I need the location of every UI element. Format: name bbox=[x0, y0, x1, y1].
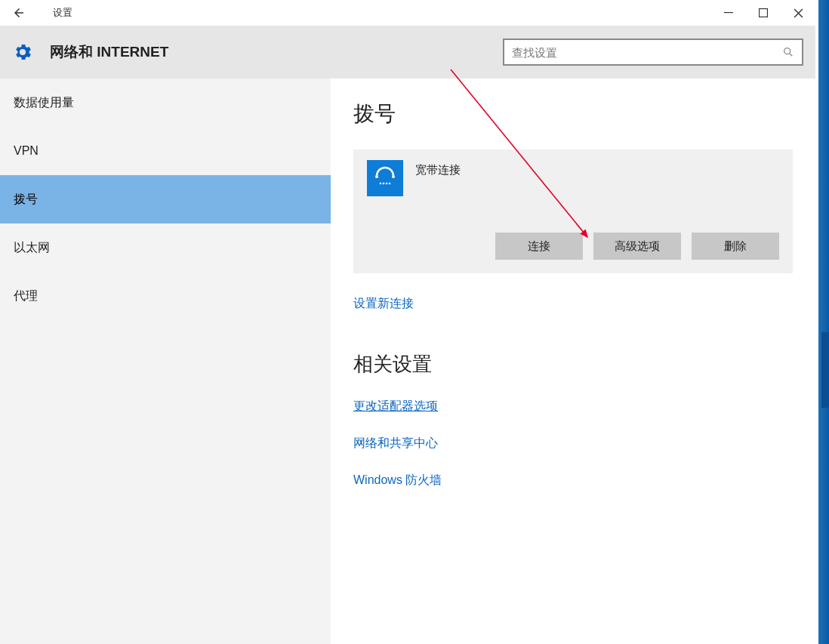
sidebar-item-ethernet[interactable]: 以太网 bbox=[0, 223, 331, 272]
related-title: 相关设置 bbox=[353, 351, 793, 377]
dialup-icon bbox=[367, 160, 403, 196]
svg-point-5 bbox=[392, 175, 395, 178]
svg-line-3 bbox=[790, 54, 792, 56]
svg-point-9 bbox=[389, 183, 391, 185]
new-connection-link[interactable]: 设置新连接 bbox=[353, 296, 414, 312]
sidebar-item-dialup[interactable]: 拨号 bbox=[0, 175, 331, 223]
minimize-icon bbox=[724, 8, 733, 17]
svg-rect-1 bbox=[760, 9, 768, 17]
sidebar-item-vpn[interactable]: VPN bbox=[0, 127, 331, 175]
sidebar-item-label: 代理 bbox=[14, 288, 38, 304]
gear-icon bbox=[12, 42, 33, 63]
sidebar-item-proxy[interactable]: 代理 bbox=[0, 272, 331, 320]
sharing-center-link[interactable]: 网络和共享中心 bbox=[353, 436, 793, 451]
back-button[interactable] bbox=[0, 0, 38, 26]
svg-point-4 bbox=[375, 175, 378, 178]
adapter-options-link[interactable]: 更改适配器选项 bbox=[353, 399, 793, 414]
content: 数据使用量 VPN 拨号 以太网 代理 拨号 bbox=[0, 79, 815, 644]
window-controls bbox=[711, 0, 815, 26]
close-icon bbox=[794, 8, 803, 18]
svg-point-8 bbox=[386, 183, 388, 185]
sidebar-item-label: 数据使用量 bbox=[14, 95, 74, 111]
minimize-button[interactable] bbox=[711, 0, 746, 26]
search-input[interactable] bbox=[512, 46, 782, 59]
svg-point-2 bbox=[784, 48, 790, 54]
settings-window: 设置 网络和 INTERNET 数 bbox=[0, 0, 815, 644]
svg-point-7 bbox=[383, 183, 385, 185]
firewall-link[interactable]: Windows 防火墙 bbox=[353, 473, 793, 488]
sidebar: 数据使用量 VPN 拨号 以太网 代理 bbox=[0, 79, 331, 644]
svg-point-6 bbox=[380, 183, 382, 185]
connect-button[interactable]: 连接 bbox=[495, 233, 583, 260]
header: 网络和 INTERNET bbox=[0, 26, 815, 79]
section-title: 拨号 bbox=[353, 100, 793, 128]
sidebar-item-label: 拨号 bbox=[14, 192, 38, 208]
sidebar-item-label: VPN bbox=[14, 144, 39, 158]
maximize-icon bbox=[759, 8, 768, 17]
connection-card: 宽带连接 连接 高级选项 删除 bbox=[353, 149, 793, 273]
titlebar: 设置 bbox=[0, 0, 815, 26]
desktop-edge bbox=[818, 0, 829, 644]
delete-button[interactable]: 删除 bbox=[692, 233, 779, 260]
search-icon bbox=[782, 46, 794, 58]
window-title: 设置 bbox=[53, 6, 72, 20]
maximize-button[interactable] bbox=[746, 0, 781, 26]
sidebar-item-label: 以太网 bbox=[14, 240, 50, 256]
arrow-left-icon bbox=[12, 6, 26, 20]
connection-row[interactable]: 宽带连接 bbox=[367, 160, 779, 196]
advanced-button[interactable]: 高级选项 bbox=[593, 233, 681, 260]
sidebar-item-data-usage[interactable]: 数据使用量 bbox=[0, 79, 331, 127]
svg-rect-0 bbox=[724, 12, 733, 13]
search-box[interactable] bbox=[503, 39, 803, 66]
main-panel: 拨号 宽带连接 bbox=[331, 79, 815, 644]
close-button[interactable] bbox=[781, 0, 815, 26]
connection-buttons: 连接 高级选项 删除 bbox=[367, 233, 779, 260]
related-section: 相关设置 更改适配器选项 网络和共享中心 Windows 防火墙 bbox=[353, 351, 793, 488]
page-title: 网络和 INTERNET bbox=[50, 42, 168, 62]
connection-name: 宽带连接 bbox=[415, 160, 461, 177]
